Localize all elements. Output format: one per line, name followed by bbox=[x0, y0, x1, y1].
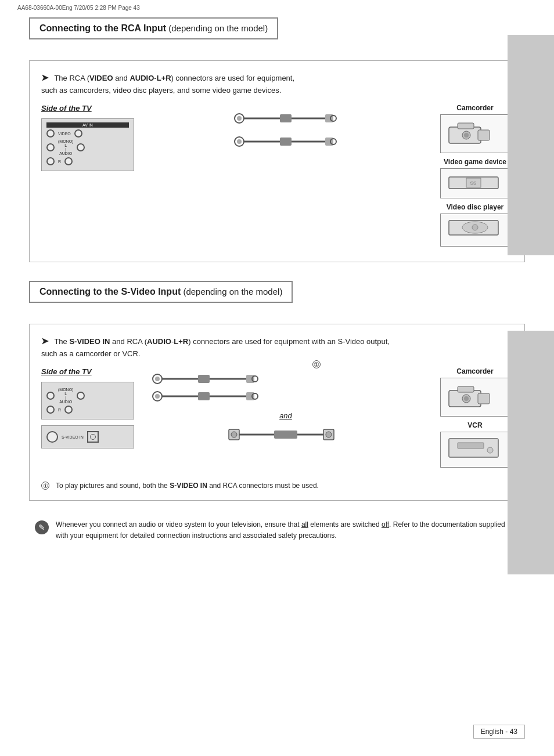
camcorder-svg bbox=[446, 118, 504, 147]
rca-label-r: R bbox=[58, 160, 61, 164]
svideo-note: ① To play pictures and sound, both the S… bbox=[41, 482, 513, 490]
svg-point-53 bbox=[487, 447, 493, 453]
rca-circle-mono bbox=[46, 143, 55, 151]
svideo-circle-r2 bbox=[64, 406, 73, 414]
rca-diagram-row: Side of the TV AV IN VIDEO bbox=[41, 104, 513, 251]
rca-circle-video2 bbox=[74, 129, 82, 138]
svideo-cables-top: ① bbox=[152, 367, 420, 408]
svideo-camcorder-box bbox=[440, 378, 510, 417]
rca-avin-box: AV IN bbox=[46, 122, 129, 128]
svideo-circle-r bbox=[46, 406, 55, 414]
svideo-info-box: ➤ The S-VIDEO IN and RCA (AUDIO-L+R) con… bbox=[29, 324, 525, 501]
page-number: English - 43 bbox=[473, 725, 525, 739]
vidisc-svg bbox=[446, 218, 504, 241]
svideo-port-r: R bbox=[46, 406, 129, 414]
svg-rect-48 bbox=[458, 386, 474, 392]
rca-port-video: VIDEO bbox=[46, 129, 129, 138]
svg-rect-42 bbox=[274, 431, 297, 439]
svg-rect-35 bbox=[198, 392, 210, 400]
svideo-cable-audio-svg bbox=[152, 367, 268, 408]
svg-point-1 bbox=[237, 116, 242, 121]
svideo-circle-mono2 bbox=[77, 392, 85, 400]
svideo-circle-sv bbox=[46, 431, 58, 443]
rca-cable-area bbox=[152, 104, 420, 162]
svg-point-8 bbox=[237, 139, 242, 144]
header-text: AA68-03660A-00Eng 7/20/05 2:28 PM Page 4… bbox=[17, 5, 140, 11]
note-svideo-bold: S-VIDEO IN bbox=[170, 482, 207, 490]
rca-side-tv-label: Side of the TV bbox=[41, 104, 92, 113]
svideo-sv-panel: S-VIDEO IN bbox=[41, 425, 134, 448]
svideo-heading: Connecting to the S-Video Input (dependi… bbox=[29, 281, 293, 303]
rca-port-r: R bbox=[46, 157, 129, 165]
svideo-mono-text: (MONO) L | AUDIO bbox=[58, 388, 73, 404]
svideo-audio-panel: (MONO) L | AUDIO R bbox=[41, 382, 134, 419]
rca-device-panel: Camcorder Video game device bbox=[437, 104, 513, 251]
svg-rect-3 bbox=[280, 114, 292, 122]
rca-audio-bold: AUDIO bbox=[129, 74, 154, 82]
svideo-lr-bold: L+R bbox=[174, 337, 188, 346]
rca-tv-side: Side of the TV AV IN VIDEO bbox=[41, 104, 134, 171]
rca-port-mono: (MONO) L | AUDIO bbox=[46, 139, 129, 155]
rca-heading: Connecting to the RCA Input (depending o… bbox=[29, 17, 278, 39]
section-svideo: Connecting to the S-Video Input (dependi… bbox=[29, 281, 525, 501]
videogame-svg: SS bbox=[446, 172, 504, 193]
svg-text:SS: SS bbox=[470, 180, 477, 186]
svideo-diagram-row: Side of the TV (MONO) L | AUDIO bbox=[41, 367, 513, 472]
svg-rect-15 bbox=[478, 130, 490, 140]
svg-rect-16 bbox=[458, 123, 474, 129]
caution-box: ✎ Whenever you connect an audio or video… bbox=[29, 519, 525, 541]
and-label: and bbox=[279, 411, 292, 420]
caution-icon: ✎ bbox=[35, 520, 49, 534]
svg-point-40 bbox=[231, 432, 237, 437]
svideo-camcorder-label: Camcorder bbox=[456, 367, 493, 375]
svg-point-24 bbox=[472, 225, 478, 230]
rca-cable-svg bbox=[233, 104, 338, 162]
rca-info-text: ➤ The RCA (VIDEO and AUDIO-L+R) connecto… bbox=[41, 71, 513, 96]
vcr-svg bbox=[446, 436, 504, 462]
arrow-1: ➤ bbox=[41, 73, 49, 82]
rca-info-box: ➤ The RCA (VIDEO and AUDIO-L+R) connecto… bbox=[29, 60, 525, 262]
svg-rect-10 bbox=[280, 138, 292, 146]
videogame-box: SS bbox=[440, 168, 510, 198]
svg-point-45 bbox=[326, 432, 332, 437]
svg-point-50 bbox=[464, 396, 469, 401]
rca-circle-r2 bbox=[64, 157, 73, 165]
svideo-circle-mono bbox=[46, 392, 55, 400]
side-panel-right-2 bbox=[508, 331, 554, 574]
rca-circle-r bbox=[46, 157, 55, 165]
vidisc-label: Video disc player bbox=[447, 203, 504, 211]
vidisc-box bbox=[440, 214, 510, 247]
svg-rect-28 bbox=[198, 375, 210, 383]
svideo-info-text: ➤ The S-VIDEO IN and RCA (AUDIO-L+R) con… bbox=[41, 335, 513, 359]
camcorder-box bbox=[440, 114, 510, 153]
svideo-cable-area: ① bbox=[152, 367, 420, 447]
svideo-tv-side: Side of the TV (MONO) L | AUDIO bbox=[41, 367, 134, 448]
svideo-heading-normal: (depending on the model) bbox=[181, 287, 282, 296]
camcorder-label: Camcorder bbox=[456, 104, 493, 112]
side-panel-right-1 bbox=[508, 35, 554, 255]
svg-point-33 bbox=[155, 394, 160, 399]
note-text: To play pictures and sound, both the S-V… bbox=[56, 482, 319, 490]
svideo-vcr-box bbox=[440, 432, 510, 468]
svideo-side-tv-label: Side of the TV bbox=[41, 367, 92, 376]
rca-circle-mono2 bbox=[77, 143, 85, 151]
main-content: Connecting to the RCA Input (depending o… bbox=[0, 0, 554, 559]
circle-indicator-1: ① bbox=[312, 360, 321, 368]
svideo-port-mono: (MONO) L | AUDIO bbox=[46, 388, 129, 404]
rca-mono-text: (MONO) L | AUDIO bbox=[58, 139, 73, 155]
rca-video-bold: VIDEO bbox=[89, 74, 113, 82]
rca-lr-bold: L+R bbox=[157, 74, 171, 82]
svideo-label-r: R bbox=[58, 408, 61, 412]
svideo-circle-sv2 bbox=[87, 431, 99, 443]
rca-heading-normal: (depending on the model) bbox=[166, 23, 268, 33]
svideo-cable-sv-svg bbox=[228, 424, 344, 447]
rca-heading-bold: Connecting to the RCA Input bbox=[39, 23, 166, 33]
svideo-vcr-label: VCR bbox=[467, 421, 482, 429]
svideo-device-panel: Camcorder VCR bbox=[437, 367, 513, 472]
svg-point-18 bbox=[464, 133, 469, 138]
svg-rect-47 bbox=[478, 393, 490, 404]
rca-tv-panel: AV IN VIDEO (MONO) L bbox=[41, 118, 134, 171]
svg-point-26 bbox=[155, 377, 160, 381]
caution-text: Whenever you connect an audio or video s… bbox=[56, 519, 519, 541]
rca-circle-video bbox=[46, 129, 55, 138]
